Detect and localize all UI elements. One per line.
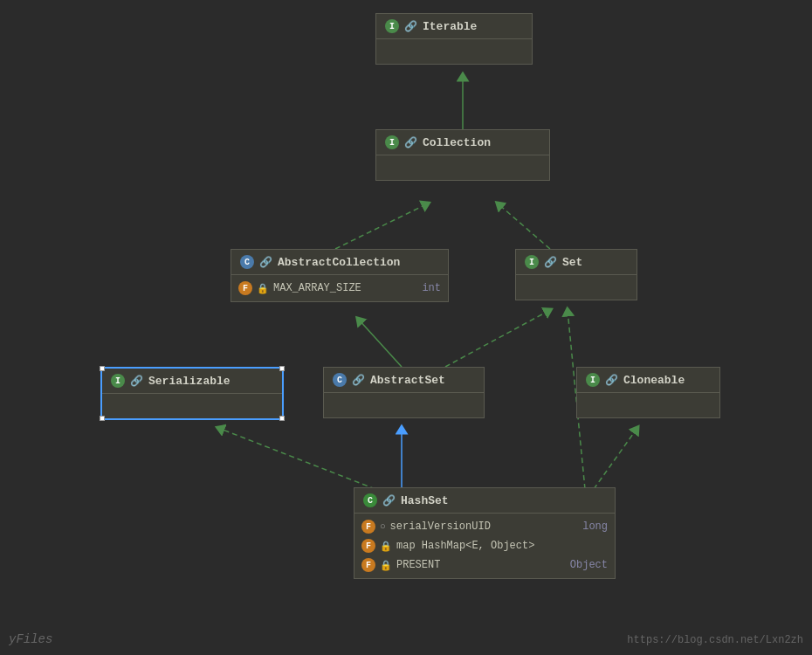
node-set[interactable]: I 🔗 Set	[515, 249, 637, 300]
resize-handle-tr[interactable]	[279, 366, 285, 371]
diagram-container: I 🔗 Iterable I 🔗 Collection C 🔗 Abstract…	[0, 0, 812, 655]
svg-line-4	[335, 203, 428, 249]
node-iterable[interactable]: I 🔗 Iterable	[375, 13, 533, 65]
set-label: Set	[562, 256, 582, 269]
node-cloneable[interactable]: I 🔗 Cloneable	[576, 367, 720, 418]
set-type-icon: I	[525, 255, 539, 269]
lock-icon-1: 🔒	[257, 283, 269, 294]
iterable-body	[376, 39, 532, 64]
link-icon4: 🔗	[544, 256, 557, 269]
iterable-type-icon: I	[385, 19, 399, 33]
hashset-label: HashSet	[401, 494, 449, 507]
serializable-label: Serializable	[148, 375, 231, 388]
node-serializable-header: I 🔗 Serializable	[102, 369, 282, 394]
abstractset-body	[324, 393, 484, 417]
abstractcollection-label: AbstractCollection	[278, 256, 400, 269]
watermark-left: yFiles	[9, 632, 52, 646]
cloneable-body	[577, 393, 719, 417]
set-body	[516, 275, 637, 300]
link-icon6: 🔗	[352, 374, 365, 387]
svg-line-8	[218, 428, 375, 489]
collection-type-icon: I	[385, 135, 399, 149]
field-icon-map: F	[361, 539, 375, 553]
node-abstractset[interactable]: C 🔗 AbstractSet	[323, 367, 485, 418]
field-name-map: map HashMap<E, Object>	[396, 540, 534, 552]
serializable-type-icon: I	[111, 374, 125, 388]
node-serializable[interactable]: I 🔗 Serializable	[100, 367, 284, 420]
lock-icon-map: 🔒	[380, 541, 392, 552]
link-icon8: 🔗	[382, 494, 396, 507]
iterable-label: Iterable	[423, 20, 477, 33]
node-hashset[interactable]: C 🔗 HashSet F ○ serialVersionUID long F …	[354, 487, 616, 579]
field-map: F 🔒 map HashMap<E, Object>	[361, 536, 608, 555]
link-icon2: 🔗	[404, 136, 417, 149]
field-type-sv: long	[582, 521, 608, 533]
resize-handle-bl[interactable]	[100, 416, 105, 421]
svg-line-5	[498, 203, 550, 249]
abstractset-type-icon: C	[333, 373, 347, 387]
field-icon-present: F	[361, 558, 375, 572]
node-set-header: I 🔗 Set	[516, 250, 637, 275]
svg-line-7	[445, 310, 550, 367]
resize-handle-tl[interactable]	[100, 366, 105, 371]
field-icon-sv: F	[361, 520, 375, 534]
node-cloneable-header: I 🔗 Cloneable	[577, 368, 719, 393]
abstractset-label: AbstractSet	[370, 374, 445, 387]
field-present: F 🔒 PRESENT Object	[361, 555, 608, 575]
cloneable-label: Cloneable	[623, 374, 685, 387]
field-serialversionuid: F ○ serialVersionUID long	[361, 517, 608, 536]
hashset-type-icon: C	[363, 493, 377, 507]
collection-body	[376, 155, 549, 180]
visibility-icon-sv: ○	[380, 521, 386, 532]
link-icon: 🔗	[404, 20, 417, 33]
node-abstractcollection[interactable]: C 🔗 AbstractCollection F 🔒 MAX_ARRAY_SIZ…	[231, 249, 449, 302]
collection-label: Collection	[423, 136, 491, 149]
resize-handle-br[interactable]	[279, 416, 285, 421]
field-name-1: MAX_ARRAY_SIZE	[273, 282, 361, 294]
serializable-body	[102, 394, 282, 418]
field-type-present: Object	[570, 559, 608, 571]
cloneable-type-icon: I	[586, 373, 600, 387]
hashset-body: F ○ serialVersionUID long F 🔒 map HashMa…	[354, 514, 615, 578]
link-icon5: 🔗	[130, 375, 143, 388]
link-icon7: 🔗	[605, 374, 618, 387]
field-name-sv: serialVersionUID	[390, 521, 491, 533]
field-max-array-size: F 🔒 MAX_ARRAY_SIZE int	[238, 279, 441, 298]
abstractcollection-type-icon: C	[240, 255, 254, 269]
link-icon3: 🔗	[259, 256, 272, 269]
node-collection-header: I 🔗 Collection	[376, 130, 549, 155]
node-iterable-header: I 🔗 Iterable	[376, 14, 532, 39]
field-type-1: int	[422, 282, 441, 294]
svg-line-6	[358, 319, 402, 367]
watermark-right: https://blog.csdn.net/Lxn2zh	[627, 634, 803, 646]
node-abstractcollection-header: C 🔗 AbstractCollection	[231, 250, 448, 275]
node-abstractset-header: C 🔗 AbstractSet	[324, 368, 484, 393]
lock-icon-present: 🔒	[380, 560, 392, 571]
svg-line-10	[594, 428, 637, 489]
field-icon-1: F	[238, 281, 252, 295]
node-hashset-header: C 🔗 HashSet	[354, 488, 615, 514]
abstractcollection-body: F 🔒 MAX_ARRAY_SIZE int	[231, 275, 448, 301]
node-collection[interactable]: I 🔗 Collection	[375, 129, 550, 181]
field-name-present: PRESENT	[396, 559, 440, 571]
